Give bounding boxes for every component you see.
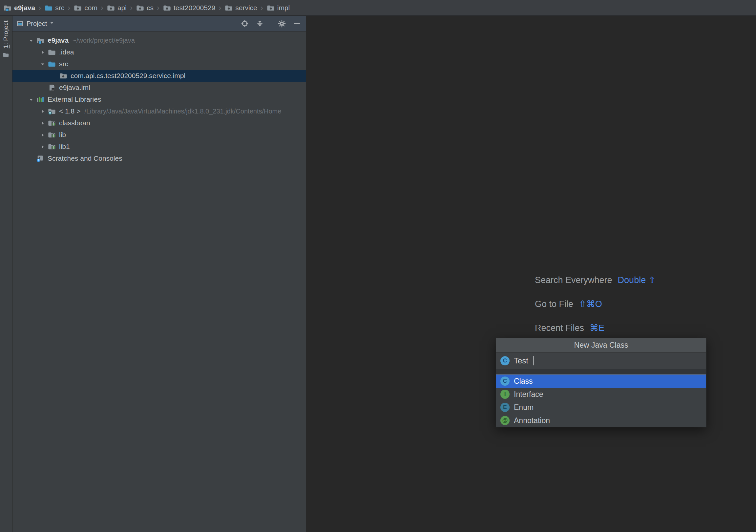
package-icon [59, 71, 68, 80]
kind-option-label: Class [514, 377, 533, 386]
jdk-folder-icon [47, 107, 56, 116]
tree-node-label: lib1 [59, 143, 70, 150]
breadcrumb-item-service[interactable]: service [225, 0, 257, 16]
tree-row-e9java.iml[interactable]: e9java.iml [13, 82, 306, 93]
tree-row-external-libraries[interactable]: External Libraries [13, 93, 306, 105]
folder-icon [47, 48, 56, 56]
tree-row-classbean[interactable]: classbean [13, 117, 306, 129]
tree-node-label: External Libraries [47, 95, 101, 103]
collapse-all-button[interactable] [256, 19, 264, 28]
source-folder-icon [47, 60, 56, 68]
project-folder-icon [36, 36, 45, 44]
project-panel-header: Project [13, 16, 306, 32]
tree-collapsed-arrow-icon[interactable] [37, 109, 47, 114]
tree-row-src[interactable]: src [13, 58, 306, 70]
libraries-icon [36, 95, 45, 104]
package-icon [59, 71, 68, 80]
package-icon [225, 4, 233, 12]
hide-icon [293, 19, 301, 28]
chevron-down-icon[interactable] [50, 22, 54, 26]
tree-row-e9java[interactable]: e9java~/work/project/e9java [13, 35, 306, 46]
tree-node-label: src [59, 60, 68, 68]
tree-collapsed-arrow-icon[interactable] [37, 132, 47, 138]
shortcut-hint: Recent Files⌘E [535, 322, 656, 333]
tree-node-path: /Library/Java/JavaVirtualMachines/jdk1.8… [84, 108, 281, 115]
breadcrumb-label: src [55, 4, 64, 12]
package-icon [136, 4, 144, 12]
interface-icon: I [500, 390, 510, 399]
tree-node-label: e9java [47, 37, 68, 44]
locate-button[interactable] [240, 19, 249, 28]
breadcrumb-label: cs [147, 4, 153, 12]
shortcut-keys: ⌘E [590, 323, 605, 333]
tree-row-scratches-and-consoles[interactable]: Scratches and Consoles [13, 152, 306, 164]
tree-row--1.8-[interactable]: < 1.8 >/Library/Java/JavaVirtualMachines… [13, 105, 306, 117]
shortcut-action-label: Search Everywhere [535, 275, 612, 285]
tree-node-label: < 1.8 > [59, 107, 80, 115]
tree-node-label: classbean [59, 119, 90, 127]
arrow-collapsed-icon [40, 120, 45, 126]
tree-row-lib[interactable]: lib [13, 129, 306, 141]
panel-title: Project [27, 20, 47, 28]
tree-expanded-arrow-icon[interactable] [26, 38, 36, 43]
settings-icon [278, 19, 286, 28]
tree-row-.idea[interactable]: .idea [13, 46, 306, 58]
settings-button[interactable] [278, 19, 286, 28]
library-icon [47, 131, 56, 139]
tree-row-com.api.cs.test20200529.service.impl[interactable]: com.api.cs.test20200529.service.impl [13, 70, 306, 82]
tool-window-button-project[interactable]: 1: Project [0, 16, 12, 58]
scratches-icon [36, 154, 45, 163]
editor-shortcut-hints: Search EverywhereDouble ⇧Go to File⇧⌘ORe… [535, 275, 656, 346]
kind-option-label: Annotation [514, 416, 550, 425]
new-java-class-popup: New Java Class C Test CClassIInterfaceEE… [496, 338, 707, 427]
breadcrumb-item-test20200529[interactable]: test20200529 [163, 0, 215, 16]
project-folder-icon [36, 36, 45, 44]
hide-button[interactable] [293, 19, 301, 28]
package-icon [163, 4, 171, 12]
kind-option-interface[interactable]: IInterface [496, 388, 706, 401]
iml-file-icon [47, 83, 56, 92]
package-icon [73, 4, 82, 12]
popup-divider [496, 369, 706, 375]
library-icon [47, 119, 56, 127]
scratches-icon [36, 154, 45, 163]
jdk-folder-icon [47, 107, 56, 116]
source-folder-icon [47, 60, 56, 68]
breadcrumb-item-impl[interactable]: impl [266, 0, 290, 16]
tree-node-label: e9java.iml [59, 84, 90, 92]
tree-expanded-arrow-icon[interactable] [37, 61, 47, 67]
breadcrumb-item-api[interactable]: api [107, 0, 127, 16]
toolbar-separator [271, 20, 271, 28]
breadcrumb-item-com[interactable]: com [73, 0, 97, 16]
breadcrumb-item-e9java[interactable]: e9java [3, 0, 35, 16]
breadcrumb-separator: › [39, 0, 41, 16]
tool-window-button-label: 1: Project [2, 20, 10, 48]
breadcrumb-item-cs[interactable]: cs [136, 0, 153, 16]
arrow-expanded-icon [40, 61, 45, 67]
breadcrumb-label: com [84, 4, 97, 12]
project-tool-window: Project e9java~/work/project/e9java.idea… [13, 16, 306, 532]
library-icon [47, 142, 56, 151]
kind-option-enum[interactable]: EEnum [496, 401, 706, 414]
enum-icon: E [500, 403, 510, 412]
project-folder-icon [3, 4, 12, 12]
class-name-input[interactable]: C Test [496, 353, 706, 369]
shortcut-hint: Go to File⇧⌘O [535, 299, 656, 310]
shortcut-keys: Double ⇧ [618, 275, 656, 285]
kind-option-class[interactable]: CClass [496, 375, 706, 388]
tree-collapsed-arrow-icon[interactable] [37, 144, 47, 149]
arrow-collapsed-icon [40, 49, 45, 55]
project-window-icon [16, 20, 24, 27]
class-icon: C [500, 356, 510, 365]
tree-expanded-arrow-icon[interactable] [26, 97, 36, 102]
arrow-collapsed-icon [40, 144, 45, 149]
kind-option-annotation[interactable]: @Annotation [496, 414, 706, 427]
breadcrumb-label: impl [277, 4, 290, 12]
tree-collapsed-arrow-icon[interactable] [37, 49, 47, 55]
breadcrumb-item-src[interactable]: src [44, 0, 64, 16]
tree-row-lib1[interactable]: lib1 [13, 141, 306, 152]
tree-collapsed-arrow-icon[interactable] [37, 120, 47, 126]
tool-window-stripe: 1: Project [0, 16, 12, 532]
editor-area: Search EverywhereDouble ⇧Go to File⇧⌘ORe… [307, 16, 756, 532]
shortcut-keys: ⇧⌘O [579, 299, 602, 309]
